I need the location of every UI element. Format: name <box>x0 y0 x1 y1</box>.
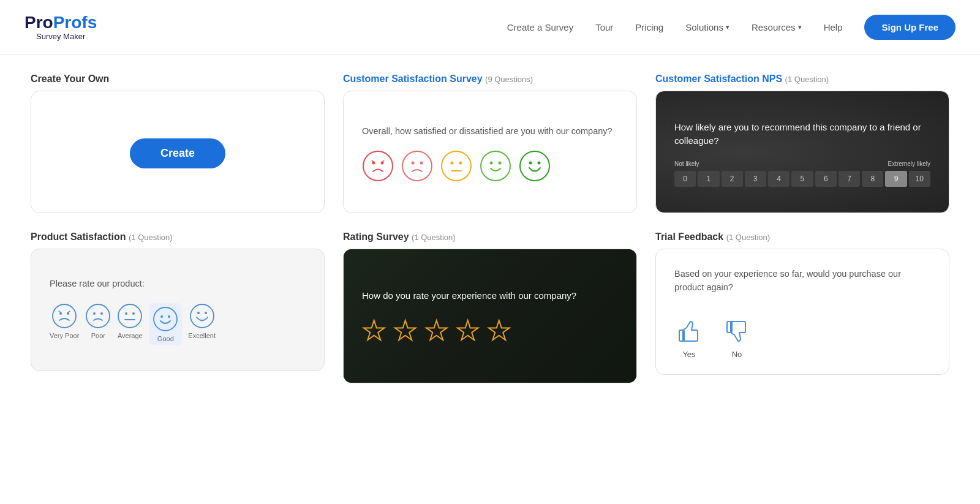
svg-point-23 <box>125 312 127 315</box>
svg-point-12 <box>499 162 502 165</box>
smiley-item-good[interactable]: Good <box>149 303 182 345</box>
nps-cell-2[interactable]: 2 <box>722 171 743 187</box>
svg-point-19 <box>86 304 110 328</box>
main-nav: Create a Survey Tour Pricing Solutions ▾… <box>507 15 956 40</box>
svg-point-26 <box>154 307 177 331</box>
star-3[interactable]: ★ <box>424 315 448 346</box>
svg-point-29 <box>190 304 214 328</box>
svg-point-10 <box>481 151 510 181</box>
nps-question: How likely are you to recommend this com… <box>674 121 930 148</box>
main-content: Create Your Own Create Customer Satisfac… <box>0 55 980 408</box>
svg-point-6 <box>442 151 471 181</box>
nav-help[interactable]: Help <box>824 22 843 32</box>
create-your-own-item: Create Your Own Create <box>31 73 325 213</box>
svg-point-15 <box>538 162 541 165</box>
nav-solutions[interactable]: Solutions ▾ <box>685 22 729 32</box>
nps-cell-10[interactable]: 10 <box>909 171 930 187</box>
nps-cell-7[interactable]: 7 <box>839 171 860 187</box>
svg-point-20 <box>93 312 96 315</box>
logo[interactable]: ProProfs Survey Maker <box>24 13 97 41</box>
svg-point-28 <box>168 315 170 318</box>
nps-cell-6[interactable]: 6 <box>815 171 837 187</box>
emoji-very-satisfied[interactable] <box>519 150 551 182</box>
rating-content: How do you rate your experience with our… <box>362 289 618 347</box>
svg-point-30 <box>197 312 200 314</box>
smiley-row: Very Poor Poor Average Good Excellent <box>50 303 306 345</box>
nav-tour[interactable]: Tour <box>595 22 613 32</box>
stars-row: ★ ★ ★ ★ ★ <box>362 315 618 346</box>
svg-point-11 <box>490 162 493 165</box>
emoji-dissatisfied[interactable] <box>401 150 433 182</box>
smiley-item-average[interactable]: Average <box>117 303 143 339</box>
signup-button[interactable]: Sign Up Free <box>864 15 956 40</box>
emoji-row <box>362 150 618 182</box>
nps-cell-3[interactable]: 3 <box>745 171 766 187</box>
trial-feedback-card[interactable]: Based on your experience so far, would y… <box>655 249 949 375</box>
svg-point-3 <box>402 151 432 181</box>
thumb-yes-item[interactable]: Yes <box>674 317 704 359</box>
svg-point-8 <box>459 162 462 165</box>
create-your-own-title: Create Your Own <box>31 73 325 85</box>
nps-cell-8[interactable]: 8 <box>862 171 883 187</box>
nps-cell-1[interactable]: 1 <box>698 171 719 187</box>
nps-survey-title: Customer Satisfaction NPS (1 Question) <box>655 73 949 85</box>
smiley-face-0 <box>51 303 77 329</box>
csat-question: Overall, how satisfied or dissatisfied a… <box>362 125 618 138</box>
star-5[interactable]: ★ <box>487 315 511 346</box>
nps-cell-5[interactable]: 5 <box>791 171 813 187</box>
nps-cell-0[interactable]: 0 <box>674 171 696 187</box>
trial-question: Based on your experience so far, would y… <box>674 268 930 295</box>
product-sat-title: Product Satisfaction (1 Question) <box>31 231 325 243</box>
smiley-item-very-poor[interactable]: Very Poor <box>50 303 79 339</box>
nps-cell-4[interactable]: 4 <box>768 171 790 187</box>
svg-point-0 <box>363 151 393 181</box>
emoji-neutral[interactable] <box>440 150 472 182</box>
star-4[interactable]: ★ <box>456 315 480 346</box>
nps-labels: Not likely Extremely likely <box>674 160 930 167</box>
thumb-no-item[interactable]: No <box>722 317 752 359</box>
trial-feedback-title: Trial Feedback (1 Question) <box>655 231 949 243</box>
product-sat-card[interactable]: Please rate our product: Very Poor Poor … <box>31 249 325 371</box>
trial-feedback-item: Trial Feedback (1 Question) Based on you… <box>655 231 949 383</box>
resources-chevron-icon: ▾ <box>798 23 802 31</box>
smiley-face-2 <box>117 303 143 329</box>
csat-survey-card[interactable]: Overall, how satisfied or dissatisfied a… <box>343 91 637 213</box>
site-header: ProProfs Survey Maker Create a Survey To… <box>0 0 980 55</box>
nps-scale: 012345678910 <box>674 171 930 187</box>
nps-cell-9[interactable]: 9 <box>885 171 907 187</box>
thumbs-up-icon <box>674 317 704 346</box>
svg-point-4 <box>412 162 415 165</box>
logo-pro: Pro <box>24 13 53 32</box>
product-sat-item: Product Satisfaction (1 Question) Please… <box>31 231 325 383</box>
nps-survey-card[interactable]: How likely are you to recommend this com… <box>655 91 949 213</box>
smiley-item-excellent[interactable]: Excellent <box>188 303 216 339</box>
logo-profs: Profs <box>53 13 97 32</box>
smiley-item-poor[interactable]: Poor <box>85 303 111 339</box>
nav-pricing[interactable]: Pricing <box>635 22 663 32</box>
emoji-satisfied[interactable] <box>480 150 511 182</box>
emoji-very-dissatisfied[interactable] <box>362 150 394 182</box>
thumbs-down-icon <box>722 317 752 346</box>
logo-subtitle: Survey Maker <box>24 32 97 41</box>
svg-point-5 <box>420 162 423 165</box>
star-2[interactable]: ★ <box>393 315 417 346</box>
csat-survey-title: Customer Satisfaction Survey (9 Question… <box>343 73 637 85</box>
svg-point-13 <box>520 151 549 181</box>
rating-question: How do you rate your experience with our… <box>362 289 618 303</box>
star-1[interactable]: ★ <box>362 315 386 346</box>
svg-point-31 <box>205 312 207 314</box>
svg-point-7 <box>451 162 454 165</box>
svg-point-22 <box>118 304 141 328</box>
svg-point-16 <box>53 304 76 328</box>
create-button[interactable]: Create <box>130 138 225 168</box>
product-sat-question: Please rate our product: <box>50 277 306 291</box>
survey-grid: Create Your Own Create Customer Satisfac… <box>31 73 949 383</box>
rating-survey-item: Rating Survey (1 Question) How do you ra… <box>343 231 637 383</box>
thumb-row: Yes No <box>674 317 930 359</box>
nav-resources[interactable]: Resources ▾ <box>752 22 802 32</box>
smiley-face-4 <box>189 303 215 329</box>
csat-survey-item: Customer Satisfaction Survey (9 Question… <box>343 73 637 213</box>
rating-survey-card[interactable]: How do you rate your experience with our… <box>343 249 637 383</box>
nps-survey-item: Customer Satisfaction NPS (1 Question) H… <box>655 73 949 213</box>
nav-create-survey[interactable]: Create a Survey <box>507 22 573 32</box>
